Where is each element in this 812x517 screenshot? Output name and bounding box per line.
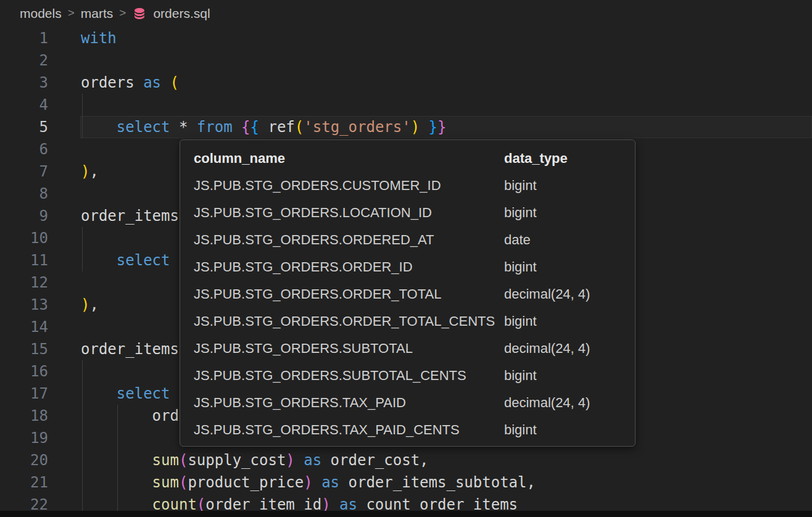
- code-token: [331, 496, 339, 511]
- code-token: as: [321, 474, 339, 491]
- breadcrumb: models > marts > orders.sql: [0, 0, 812, 27]
- code-token: }: [429, 118, 437, 136]
- column-info-popup: column_name data_type JS.PUB.STG_ORDERS.…: [180, 139, 636, 447]
- code-token: orders: [81, 74, 143, 91]
- table-row: JS.PUB.STG_ORDERS.CUSTOMER_IDbigint: [180, 172, 635, 199]
- popup-rows: JS.PUB.STG_ORDERS.CUSTOMER_IDbigintJS.PU…: [180, 172, 635, 444]
- line-number[interactable]: 10: [0, 227, 48, 249]
- line-number[interactable]: 13: [0, 294, 48, 316]
- code-token: sum: [152, 452, 179, 469]
- code-token: [81, 252, 117, 269]
- data-type-cell: bigint: [504, 368, 635, 384]
- data-type-cell: bigint: [504, 313, 635, 329]
- data-type-cell: bigint: [504, 178, 635, 194]
- table-row: JS.PUB.STG_ORDERS.LOCATION_IDbigint: [180, 199, 635, 226]
- code-token: [420, 118, 428, 136]
- line-number[interactable]: 6: [0, 138, 48, 160]
- line-number[interactable]: 2: [0, 49, 48, 72]
- code-line[interactable]: orders as (: [81, 72, 812, 94]
- indent-guide: [117, 405, 118, 511]
- code-token: ): [321, 496, 330, 511]
- data-type-cell: date: [504, 232, 635, 248]
- line-number[interactable]: 1: [0, 27, 48, 49]
- code-line[interactable]: sum(supply_cost) as order_cost,: [81, 449, 812, 471]
- code-token: ): [81, 296, 89, 313]
- line-number[interactable]: 22: [0, 494, 48, 511]
- column-name-cell: JS.PUB.STG_ORDERS.ORDER_ID: [180, 259, 504, 275]
- line-number[interactable]: 8: [0, 183, 48, 205]
- breadcrumb-item-file[interactable]: orders.sql: [153, 6, 210, 21]
- code-line[interactable]: select * from {{ ref('stg_orders') }}: [81, 116, 812, 138]
- code-token: as: [143, 74, 170, 91]
- data-type-cell: bigint: [504, 422, 635, 438]
- code-token: 'stg_orders': [304, 118, 410, 136]
- code-token: ): [286, 452, 294, 469]
- code-token: [81, 118, 117, 136]
- line-number[interactable]: 18: [0, 405, 48, 427]
- line-number[interactable]: 7: [0, 160, 48, 183]
- data-type-cell: decimal(24, 4): [504, 286, 635, 302]
- indent-guide: [82, 94, 83, 138]
- indent-guide: [82, 227, 83, 271]
- column-name-cell: JS.PUB.STG_ORDERS.ORDER_TOTAL: [180, 286, 504, 302]
- code-token: order_items: [81, 341, 179, 358]
- column-name-cell: JS.PUB.STG_ORDERS.TAX_PAID_CENTS: [180, 422, 504, 438]
- breadcrumb-item-marts[interactable]: marts: [81, 6, 114, 21]
- line-number[interactable]: 12: [0, 271, 48, 294]
- code-token: select: [117, 118, 170, 136]
- line-number[interactable]: 4: [0, 94, 48, 116]
- code-token: *: [170, 118, 197, 136]
- indent-guide: [82, 360, 83, 511]
- code-token: [81, 452, 152, 469]
- line-number[interactable]: 15: [0, 338, 48, 360]
- code-line[interactable]: [81, 94, 812, 116]
- line-number[interactable]: 14: [0, 316, 48, 338]
- column-name-cell: JS.PUB.STG_ORDERS.CUSTOMER_ID: [180, 178, 504, 194]
- line-number[interactable]: 9: [0, 205, 48, 227]
- data-type-cell: decimal(24, 4): [504, 341, 635, 357]
- code-token: select: [117, 252, 170, 269]
- breadcrumb-separator-icon: >: [119, 6, 126, 20]
- column-name-cell: JS.PUB.STG_ORDERS.SUBTOTAL_CENTS: [180, 368, 504, 384]
- line-number[interactable]: 19: [0, 427, 48, 449]
- code-token: order_item_id: [205, 496, 321, 511]
- line-number[interactable]: 11: [0, 249, 48, 271]
- data-type-cell: bigint: [504, 205, 635, 221]
- line-number[interactable]: 3: [0, 72, 48, 94]
- column-name-cell: JS.PUB.STG_ORDERS.ORDER_TOTAL_CENTS: [180, 313, 504, 329]
- line-number[interactable]: 16: [0, 360, 48, 383]
- code-token: as: [304, 452, 321, 469]
- code-token: order_cost,: [321, 452, 428, 469]
- code-token: supply_cost: [188, 452, 286, 469]
- line-number[interactable]: 20: [0, 449, 48, 471]
- table-row: JS.PUB.STG_ORDERS.ORDER_TOTALdecimal(24,…: [180, 281, 635, 308]
- line-number[interactable]: 5: [0, 116, 48, 138]
- code-token: (: [197, 496, 205, 511]
- table-row: JS.PUB.STG_ORDERS.ORDER_IDbigint: [180, 254, 635, 281]
- code-token: [81, 385, 117, 402]
- code-token: order_items: [81, 207, 179, 225]
- code-token: [81, 496, 152, 511]
- code-token: product_price: [188, 474, 304, 491]
- code-line[interactable]: with: [81, 27, 812, 49]
- bottom-bar: [0, 511, 812, 517]
- code-token: ): [81, 163, 89, 180]
- code-token: [259, 118, 268, 136]
- code-token: (: [179, 452, 188, 469]
- code-token: ): [411, 118, 420, 136]
- code-line[interactable]: [81, 49, 812, 72]
- line-number[interactable]: 17: [0, 383, 48, 405]
- code-token: sum: [152, 474, 179, 491]
- code-line[interactable]: sum(product_price) as order_items_subtot…: [81, 471, 812, 494]
- line-number[interactable]: 21: [0, 471, 48, 494]
- column-name-cell: JS.PUB.STG_ORDERS.SUBTOTAL: [180, 341, 504, 357]
- breadcrumb-item-models[interactable]: models: [20, 6, 62, 21]
- code-token: (: [179, 474, 188, 491]
- database-icon: [132, 6, 147, 21]
- table-row: JS.PUB.STG_ORDERS.TAX_PAID_CENTSbigint: [180, 416, 635, 444]
- code-line[interactable]: count(order_item_id) as count_order_item…: [81, 494, 812, 511]
- code-token: }: [437, 118, 446, 136]
- popup-header-column-name: column_name: [180, 151, 504, 167]
- popup-header-row: column_name data_type: [180, 145, 635, 172]
- code-token: count_order_items: [357, 496, 518, 511]
